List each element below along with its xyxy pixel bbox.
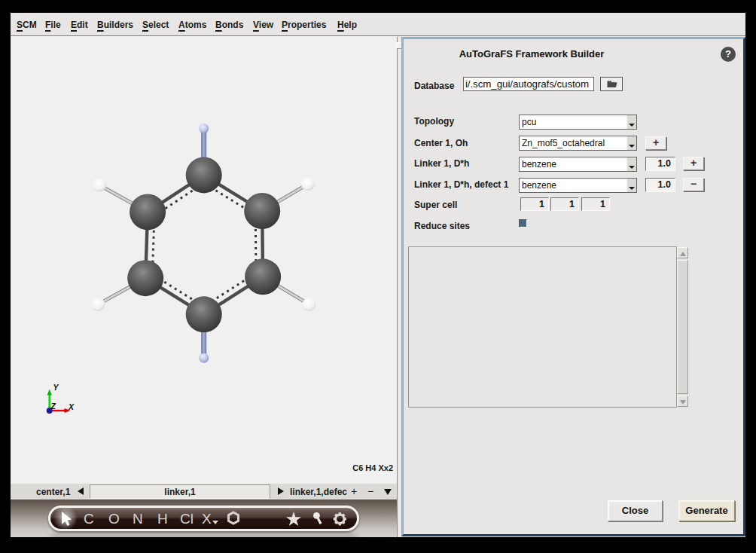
svg-text:Z: Z <box>50 402 56 411</box>
svg-text:X: X <box>68 402 75 411</box>
svg-text:O: O <box>108 511 120 527</box>
svg-text:Y: Y <box>53 383 59 392</box>
svg-text:C: C <box>84 511 94 527</box>
svg-text:X: X <box>202 511 212 527</box>
svg-text:H: H <box>157 511 168 527</box>
svg-text:Cl: Cl <box>180 511 194 527</box>
svg-text:N: N <box>133 511 143 527</box>
